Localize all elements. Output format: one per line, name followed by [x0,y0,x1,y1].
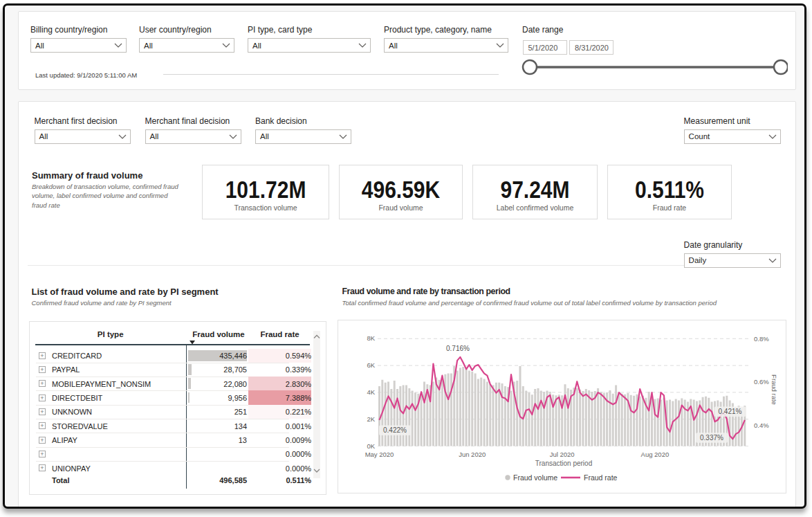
svg-text:0.337%: 0.337% [700,434,723,442]
svg-text:4K: 4K [367,388,375,396]
svg-text:0.8%: 0.8% [754,335,769,343]
svg-text:Fraud rate: Fraud rate [584,473,618,482]
svg-text:0.421%: 0.421% [718,408,741,415]
svg-text:Jun 2020: Jun 2020 [459,451,486,458]
svg-text:Jul 2020: Jul 2020 [549,451,574,458]
svg-text:May 2020: May 2020 [365,451,394,458]
svg-text:0K: 0K [367,442,375,450]
svg-text:2K: 2K [367,415,375,423]
svg-text:0.6%: 0.6% [754,378,769,386]
svg-text:Fraud volume: Fraud volume [513,473,557,482]
svg-text:0.716%: 0.716% [446,345,470,352]
svg-text:Aug 2020: Aug 2020 [640,451,669,458]
svg-text:6K: 6K [367,361,375,369]
svg-text:8K: 8K [367,334,375,342]
svg-text:0.422%: 0.422% [383,426,407,434]
svg-text:0.4%: 0.4% [754,421,769,429]
svg-text:Transaction period: Transaction period [535,460,591,467]
svg-text:Fraud rate: Fraud rate [771,374,778,405]
